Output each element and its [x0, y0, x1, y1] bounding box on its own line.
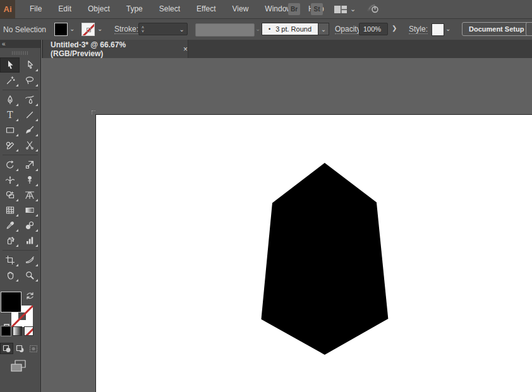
stroke-label[interactable]: Stroke: [114, 25, 138, 34]
stroke-weight-chevron-icon[interactable]: ⌄ [179, 26, 187, 33]
symbol-sprayer-tool[interactable] [0, 233, 20, 248]
change-screen-mode-button[interactable] [10, 359, 27, 376]
stroke-weight-combo[interactable]: ˄˅ ⌄ [138, 23, 188, 35]
opacity-input[interactable]: 100% [359, 23, 388, 35]
chevron-down-icon[interactable]: ⌄ [350, 5, 356, 13]
rotate-tool[interactable] [0, 157, 20, 172]
close-tab-icon[interactable]: × [183, 45, 188, 54]
paintbrush-tool[interactable] [20, 122, 39, 138]
selection-status: No Selection [3, 25, 46, 34]
brush-preview-dot: • [262, 26, 275, 32]
direct-selection-tool[interactable] [20, 57, 39, 73]
selection-tool[interactable] [0, 57, 20, 73]
menu-object[interactable]: Object [80, 0, 118, 18]
bridge-button[interactable]: Br [288, 3, 300, 15]
menu-type[interactable]: Type [118, 0, 151, 18]
style-swatch[interactable] [432, 23, 444, 36]
swap-fill-stroke-icon[interactable] [25, 291, 35, 303]
collapse-panel-icon[interactable]: « [0, 41, 6, 47]
pen-tool[interactable] [0, 92, 20, 107]
tool-separator [0, 248, 40, 252]
fill-stroke-proxy [0, 291, 40, 392]
style-chevron-icon[interactable]: ⌄ [445, 25, 450, 32]
width-profile-dropdown [195, 23, 255, 37]
menu-select[interactable]: Select [151, 0, 188, 18]
menu-view[interactable]: View [224, 0, 257, 18]
color-type-buttons [0, 326, 40, 336]
blend-tool[interactable] [20, 218, 39, 233]
appbar-right-group: Br St ⌄ [288, 0, 380, 18]
draw-inside-button [27, 343, 40, 354]
brush-definition-dropdown[interactable]: • 3 pt. Round [262, 23, 318, 35]
document-area: Untitled-3* @ 66.67% (RGB/Preview) × [42, 40, 532, 392]
shape-builder-tool[interactable] [0, 187, 20, 203]
fill-chevron-icon[interactable]: ⌄ [70, 25, 75, 32]
stock-button[interactable]: St [311, 3, 323, 15]
menu-bar: Ai File Edit Object Type Select Effect V… [0, 0, 532, 19]
black-polygon-shape[interactable] [261, 163, 388, 355]
artwork-layer [42, 58, 532, 392]
stroke-color-swatch[interactable] [82, 23, 95, 36]
gradient-button[interactable] [13, 326, 22, 336]
document-tab-title: Untitled-3* @ 66.67% (RGB/Preview) [43, 40, 176, 58]
scale-tool[interactable] [20, 157, 39, 172]
canvas-pasteboard[interactable] [42, 58, 532, 392]
preferences-button[interactable]: P [526, 22, 532, 36]
width-profile-chevron-icon: ⌄ [255, 25, 260, 32]
scissors-tool[interactable] [20, 138, 39, 153]
panel-grip-handle[interactable] [12, 51, 28, 55]
width-tool[interactable] [0, 172, 20, 187]
lasso-tool[interactable] [20, 73, 39, 88]
brush-name: 3 pt. Round [275, 25, 311, 33]
eyedropper-tool[interactable] [0, 218, 20, 233]
style-label[interactable]: Style: [409, 25, 428, 34]
none-button[interactable] [24, 326, 33, 336]
arrange-documents-icon[interactable] [334, 5, 348, 14]
artboard-tool[interactable] [0, 252, 20, 268]
brush-chevron-icon[interactable]: ⌄ [318, 23, 329, 35]
tools-panel-header: « [0, 40, 40, 48]
puppet-warp-tool[interactable] [20, 172, 39, 187]
gpu-performance-icon[interactable] [365, 2, 380, 17]
tool-separator [0, 88, 40, 92]
zoom-tool[interactable] [20, 268, 39, 283]
curvature-tool[interactable] [20, 92, 39, 107]
mesh-tool[interactable] [0, 203, 20, 218]
column-graph-tool[interactable] [20, 233, 39, 248]
line-segment-tool[interactable] [20, 107, 39, 122]
document-setup-button[interactable]: Document Setup [462, 22, 531, 36]
menu-file[interactable]: File [21, 0, 50, 18]
draw-normal-button[interactable] [0, 343, 13, 354]
fill-color-swatch[interactable] [54, 23, 68, 36]
drawing-mode-buttons [0, 343, 40, 354]
menu-effect[interactable]: Effect [188, 0, 224, 18]
stroke-chevron-icon[interactable]: ⌄ [97, 25, 102, 32]
color-button[interactable] [1, 326, 11, 336]
document-tab-bar: Untitled-3* @ 66.67% (RGB/Preview) × [42, 40, 532, 59]
app-logo: Ai [0, 0, 15, 18]
slice-tool[interactable] [20, 252, 39, 268]
fill-proxy-swatch[interactable] [1, 292, 21, 312]
perspective-grid-tool[interactable] [20, 187, 39, 203]
stroke-weight-stepper[interactable]: ˄˅ [139, 26, 147, 33]
tool-separator [0, 153, 40, 157]
shaper-tool[interactable] [0, 138, 20, 153]
hand-tool[interactable] [0, 268, 20, 283]
svg-text:T: T [7, 110, 13, 120]
draw-behind-button[interactable] [13, 343, 27, 354]
opacity-expand-icon[interactable]: ❯ [392, 25, 397, 32]
type-tool[interactable]: T [0, 107, 20, 122]
tools-panel: « [0, 40, 41, 392]
menu-edit[interactable]: Edit [50, 0, 80, 18]
illustrator-window: Ai File Edit Object Type Select Effect V… [0, 0, 532, 392]
magic-wand-tool[interactable] [0, 73, 20, 88]
gradient-tool[interactable] [20, 203, 39, 218]
tool-grid: T [0, 57, 40, 283]
document-tab[interactable]: Untitled-3* @ 66.67% (RGB/Preview) × [42, 40, 188, 58]
rectangle-tool[interactable] [0, 122, 20, 138]
control-bar: No Selection ⌄ ⌄ Stroke: ˄˅ ⌄ ⌄ • 3 pt. … [0, 19, 532, 40]
